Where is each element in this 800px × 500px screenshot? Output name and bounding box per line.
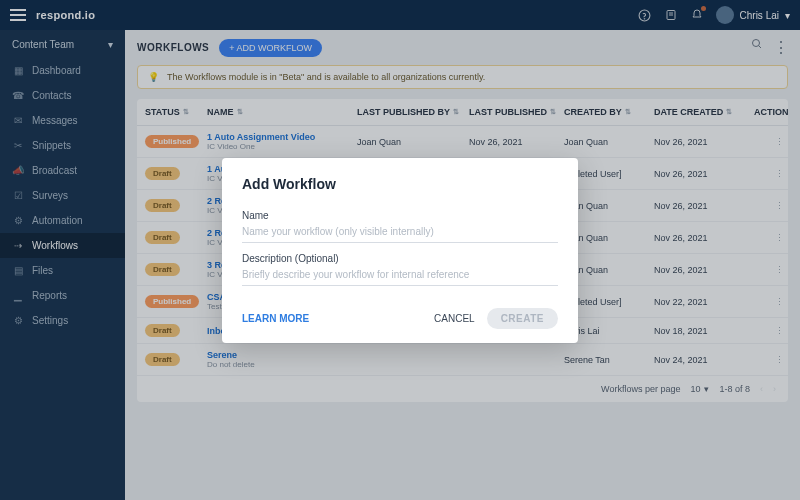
learn-more-link[interactable]: LEARN MORE [242, 313, 309, 324]
add-workflow-modal: Add Workflow Name Description (Optional)… [222, 158, 578, 343]
name-input[interactable] [242, 221, 558, 243]
cancel-button[interactable]: CANCEL [434, 313, 475, 324]
description-label: Description (Optional) [242, 253, 558, 264]
modal-title: Add Workflow [242, 176, 558, 192]
modal-overlay[interactable]: Add Workflow Name Description (Optional)… [0, 0, 800, 500]
name-label: Name [242, 210, 558, 221]
create-button[interactable]: CREATE [487, 308, 558, 329]
description-input[interactable] [242, 264, 558, 286]
